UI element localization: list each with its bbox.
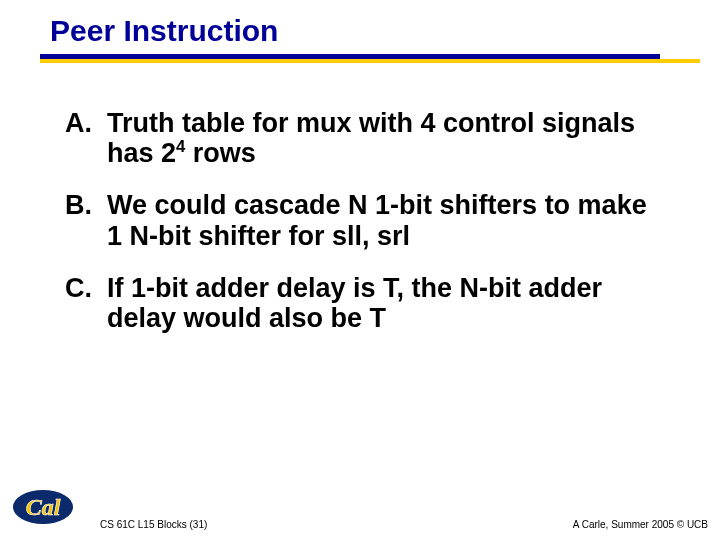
slide-title: Peer Instruction	[50, 14, 720, 48]
svg-text:Cal: Cal	[26, 494, 61, 520]
list-item: B. We could cascade N 1-bit shifters to …	[65, 190, 660, 250]
slide: Peer Instruction A. Truth table for mux …	[0, 0, 720, 540]
footer-left-text: CS 61C L15 Blocks (31)	[100, 519, 207, 530]
title-underline	[0, 54, 720, 63]
item-letter: B.	[65, 190, 107, 250]
item-text: Truth table for mux with 4 control signa…	[107, 108, 660, 168]
cal-logo-icon: Cal	[12, 488, 74, 530]
footer: Cal CS 61C L15 Blocks (31) A Carle, Summ…	[0, 495, 720, 540]
content-list: A. Truth table for mux with 4 control si…	[0, 63, 720, 333]
list-item: A. Truth table for mux with 4 control si…	[65, 108, 660, 168]
footer-right-text: A Carle, Summer 2005 © UCB	[573, 519, 708, 530]
item-text: If 1-bit adder delay is T, the N-bit add…	[107, 273, 660, 333]
item-text: We could cascade N 1-bit shifters to mak…	[107, 190, 660, 250]
item-letter: C.	[65, 273, 107, 333]
title-area: Peer Instruction	[0, 0, 720, 48]
list-item: C. If 1-bit adder delay is T, the N-bit …	[65, 273, 660, 333]
item-letter: A.	[65, 108, 107, 168]
